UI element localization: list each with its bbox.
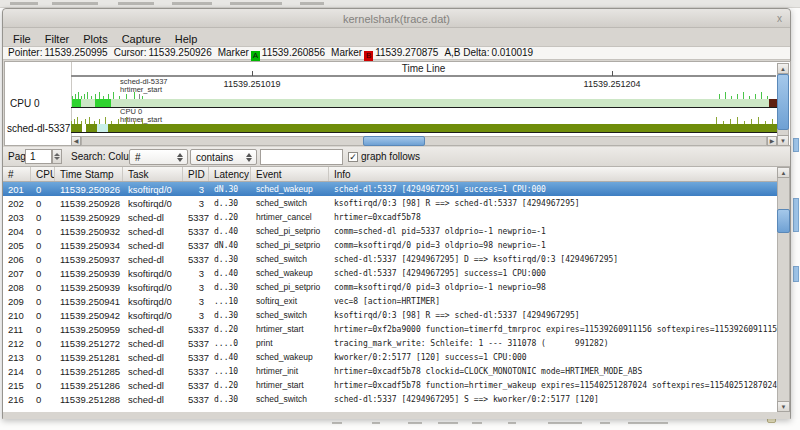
- table-cell: hrtimer=0xcadf5b78 function=hrtimer_wake…: [329, 381, 777, 390]
- kernelshark-window: kernelshark(trace.dat) x FileFilterPlots…: [2, 8, 791, 419]
- table-cell: sched-dl:5337 [4294967295] D ==> ksoftir…: [329, 255, 777, 264]
- table-row[interactable]: 201011539.250926ksoftirqd/03dN.30sched_w…: [3, 182, 777, 196]
- column-header-task[interactable]: Task: [123, 167, 183, 181]
- table-cell: sched_wakeup: [251, 184, 329, 194]
- marker-a-value: 11539.260856: [262, 47, 325, 58]
- table-cell: sched-dl: [123, 324, 183, 335]
- cursor-value: 11539.250926: [148, 47, 211, 58]
- search-input[interactable]: [260, 149, 343, 165]
- delta-value: 0.010019: [491, 47, 533, 58]
- column-select-value: #: [135, 152, 141, 163]
- table-row[interactable]: 204011539.250932sched-dl5337d..40sched_p…: [3, 224, 777, 238]
- event-mark: [72, 96, 73, 99]
- table-cell: 11539.251272: [55, 338, 123, 349]
- table-cell: 3: [183, 310, 209, 321]
- table-cell: dN.30: [209, 185, 251, 194]
- sched-dl-timeline-bar[interactable]: [71, 124, 778, 132]
- graph-horizontal-scrollbar[interactable]: ◀ ▶: [71, 136, 777, 146]
- table-cell: d..20: [209, 325, 251, 334]
- table-scroll-down-arrow-icon[interactable]: ▼: [777, 401, 790, 412]
- table-row[interactable]: 205011539.250934sched-dl5337dN.40sched_p…: [3, 238, 777, 252]
- column-header-info[interactable]: Info: [329, 167, 777, 181]
- table-vscroll-thumb[interactable]: [777, 209, 790, 233]
- table-scroll-up-arrow-icon[interactable]: ▲: [777, 167, 790, 178]
- graph-follows-label: graph follows: [361, 151, 420, 162]
- table-row[interactable]: 203011539.250929sched-dl5337d..20hrtimer…: [3, 210, 777, 224]
- event-mark: [751, 119, 752, 124]
- event-mark: [94, 121, 95, 124]
- event-mark: [716, 117, 717, 124]
- title-bar[interactable]: kernelshark(trace.dat) x: [3, 9, 790, 28]
- table-row[interactable]: 206011539.250937sched-dl5337d..30sched_s…: [3, 252, 777, 266]
- table-cell: d..30: [209, 255, 251, 264]
- page-spinner-input[interactable]: 1: [25, 149, 52, 164]
- table-cell: hrtimer_init: [251, 366, 329, 376]
- table-cell: comm=ksoftirqd/0 pid=3 oldprio=-1 newpri…: [329, 283, 777, 292]
- table-row[interactable]: 210011539.250942ksoftirqd/03d..30sched_s…: [3, 308, 777, 322]
- event-mark: [731, 96, 732, 99]
- graph-follows-checkbox[interactable]: ✓: [348, 152, 358, 162]
- event-mark: [75, 94, 76, 99]
- column-header-cpu[interactable]: CPU: [31, 167, 55, 181]
- close-icon[interactable]: x: [777, 9, 782, 28]
- table-cell: ksoftirqd/0: [123, 184, 183, 195]
- table-row[interactable]: 213011539.251281sched-dl5337d..40sched_w…: [3, 350, 777, 364]
- event-mark: [87, 92, 88, 99]
- table-cell: ksoftirqd/0: [123, 198, 183, 209]
- column-header-pid[interactable]: PID: [183, 167, 209, 181]
- column-header-latency[interactable]: Latency: [209, 167, 251, 181]
- page-spinner-buttons[interactable]: [52, 149, 62, 164]
- event-mark: [723, 121, 724, 124]
- column-header-[interactable]: #: [3, 167, 31, 181]
- background-window-right: [791, 8, 800, 430]
- table-row[interactable]: 215011539.251286sched-dl5337d..20hrtimer…: [3, 378, 777, 392]
- graph-hscroll-thumb[interactable]: [363, 136, 425, 146]
- table-row[interactable]: 214011539.251285sched-dl5337...10hrtimer…: [3, 364, 777, 378]
- graph-scroll-up-arrow-icon[interactable]: ▲: [777, 63, 789, 74]
- table-row[interactable]: 209011539.250941ksoftirqd/03...10softirq…: [3, 294, 777, 308]
- table-row[interactable]: 211011539.250959sched-dl5337d..20hrtimer…: [3, 322, 777, 336]
- table-row[interactable]: 207011539.250939ksoftirqd/03d..40sched_w…: [3, 266, 777, 280]
- event-mark: [105, 117, 106, 124]
- graph-scroll-left-arrow-icon[interactable]: ◀: [71, 136, 81, 146]
- table-cell: 11539.250932: [55, 226, 123, 237]
- marker-b-label: Marker: [331, 47, 362, 58]
- match-select[interactable]: contains: [190, 149, 257, 165]
- table-cell: 5337: [183, 366, 209, 377]
- table-cell: 11539.251281: [55, 352, 123, 363]
- match-select-value: contains: [196, 152, 233, 163]
- graph-row-label-sched-dl: sched-dl-5337: [7, 123, 70, 134]
- table-row[interactable]: 216011539.251288sched-dl5337d..30sched_s…: [3, 392, 777, 406]
- graph-scroll-right-arrow-icon[interactable]: ▶: [767, 136, 777, 146]
- spinner-up-icon[interactable]: [54, 153, 60, 156]
- graph-scroll-down-arrow-icon[interactable]: ▼: [777, 135, 789, 146]
- table-row[interactable]: 212011539.251272sched-dl5337....0printtr…: [3, 336, 777, 350]
- table-cell: 204: [3, 226, 31, 237]
- table-cell: 215: [3, 380, 31, 391]
- table-vscroll-track[interactable]: [777, 167, 790, 412]
- event-mark: [91, 96, 92, 99]
- graph-vscroll-thumb[interactable]: [777, 74, 789, 130]
- column-header-event[interactable]: Event: [251, 167, 329, 181]
- table-cell: 3: [183, 268, 209, 279]
- cpu0-busy-segment: [95, 99, 111, 107]
- graph-vertical-scrollbar[interactable]: ▲ ▼: [777, 63, 789, 146]
- table-vertical-scrollbar[interactable]: ▲ ▼: [777, 167, 790, 412]
- table-cell: ksoftirqd/0: [123, 310, 183, 321]
- table-cell: 208: [3, 282, 31, 293]
- table-cell: 11539.250937: [55, 254, 123, 265]
- table-cell: vec=8 [action=HRTIMER]: [329, 297, 777, 306]
- spinner-down-icon[interactable]: [54, 157, 60, 160]
- timeline-graph-panel[interactable]: Time Line 11539.25101911539.251204 sched…: [4, 61, 791, 146]
- table-cell: d..40: [209, 227, 251, 236]
- column-select[interactable]: #: [129, 149, 188, 165]
- column-header-timestamp[interactable]: Time Stamp: [55, 167, 123, 181]
- table-cell: d..20: [209, 213, 251, 222]
- table-cell: d..40: [209, 269, 251, 278]
- table-row[interactable]: 208011539.250939ksoftirqd/03d..30sched_p…: [3, 280, 777, 294]
- table-cell: 0: [31, 184, 55, 195]
- table-cell: 0: [31, 352, 55, 363]
- table-cell: 11539.251285: [55, 366, 123, 377]
- table-row[interactable]: 202011539.250928ksoftirqd/03d..30sched_s…: [3, 196, 777, 210]
- cpu0-timeline-bar[interactable]: [71, 99, 778, 107]
